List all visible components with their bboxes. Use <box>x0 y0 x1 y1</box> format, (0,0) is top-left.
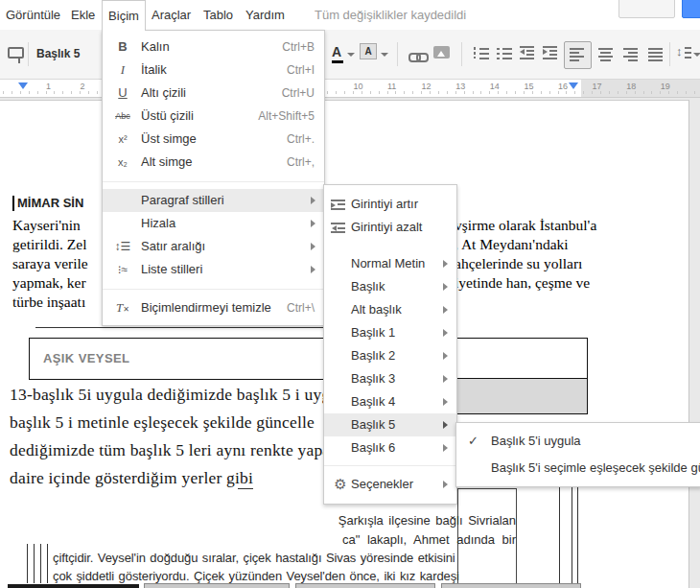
menu-item-superscript[interactable]: x² Üst simge Ctrl+. <box>103 128 324 151</box>
share-button[interactable] <box>682 0 700 18</box>
menu-item-heading-2[interactable]: Başlık 2 <box>324 344 456 367</box>
menu-item-heading-6[interactable]: Başlık 6 <box>324 436 456 459</box>
doc-paragraph-line[interactable]: Şarkışla ilçesine bağlı Sivrialan <box>288 513 516 528</box>
table-border <box>47 544 48 583</box>
menu-item-increase-indent[interactable]: Girintiyi artır <box>324 193 456 216</box>
align-left-icon[interactable] <box>570 48 584 60</box>
doc-heading-mimar[interactable]: MİMAR SİN <box>17 196 83 210</box>
doc-paragraph-line[interactable]: ahçelerinde su yolları <box>455 254 582 273</box>
menu-item-bold[interactable]: B Kalın Ctrl+B <box>103 35 324 59</box>
ruler-tick <box>327 91 328 94</box>
toolbar-separator <box>28 42 29 66</box>
save-status[interactable]: Tüm değişiklikler kaydedildi <box>315 0 466 30</box>
menu-separator <box>103 289 324 290</box>
doc-paragraph-line[interactable]: türbe inşaatı <box>12 293 85 312</box>
doc-paragraph-line[interactable]: vşirme olarak İstanbul'a <box>455 216 596 235</box>
text-cursor <box>12 196 14 211</box>
text-color-caret-icon[interactable] <box>347 53 355 57</box>
menu-araclar[interactable]: Araçlar <box>146 0 197 30</box>
app-window: MİMAR SİN Kayseri'nin getirildi. Zel sar… <box>0 0 700 588</box>
doc-paragraph-line[interactable]: iyetinde han, çeşme ve <box>455 273 590 293</box>
menu-ekle[interactable]: Ekle <box>65 0 101 30</box>
doc-paragraph-line[interactable]: ca" lakaplı, Ahmet adında bir <box>288 532 516 547</box>
increase-indent-icon[interactable] <box>543 46 557 59</box>
menu-item-line-spacing[interactable]: ↕☰ Satır aralığı <box>103 235 324 258</box>
align-right-icon[interactable] <box>623 48 638 60</box>
menu-item-heading-3[interactable]: Başlık 3 <box>324 367 456 390</box>
doc-paragraph-line[interactable]: getirildi. Zel <box>12 235 86 254</box>
menu-item-subtitle[interactable]: Alt başlık <box>324 298 456 321</box>
ruler-tick <box>480 91 481 94</box>
menu-yardim[interactable]: Yardım <box>240 0 291 30</box>
justify-icon[interactable] <box>648 48 663 60</box>
ruler-tick <box>37 91 38 94</box>
ruler-tick <box>20 91 21 94</box>
ruler-tick <box>489 91 490 94</box>
menu-item-italic[interactable]: I İtalik Ctrl+I <box>103 59 324 82</box>
doc-paragraph-line[interactable]: saraya verile <box>12 254 88 273</box>
highlight-color-caret-icon[interactable] <box>381 53 388 57</box>
menu-item-title[interactable]: Başlık <box>324 275 456 298</box>
highlight-color-icon[interactable]: A <box>360 43 377 59</box>
insert-image-icon[interactable] <box>433 46 450 59</box>
menu-item-update-heading5[interactable]: Başlık 5'i seçimle eşleşecek şekilde gün… <box>456 457 700 480</box>
doc-paragraph-line[interactable]: çok şiddetli gösteriyordu. Çiçek yüzünde… <box>53 569 459 583</box>
comments-button[interactable] <box>618 0 675 18</box>
menu-item-normal-text[interactable]: Normal Metin <box>324 252 456 275</box>
ruler-tick <box>12 91 12 94</box>
numbered-list-icon[interactable] <box>474 46 489 59</box>
menu-item-strikethrough[interactable]: Abc Üstü çizili Alt+Shift+5 <box>103 105 324 128</box>
menu-item-underline[interactable]: U Altı çizili Ctrl+U <box>103 82 324 105</box>
menu-item-subscript[interactable]: x₂ Alt simge Ctrl+, <box>103 151 324 174</box>
menu-item-heading-1[interactable]: Başlık 1 <box>324 321 456 344</box>
ruler-tick <box>370 91 371 94</box>
bulleted-list-icon[interactable] <box>497 46 512 59</box>
table-border <box>34 544 35 583</box>
menu-item-decrease-indent[interactable]: Girintiyi azalt <box>324 216 456 239</box>
menu-tablo[interactable]: Tablo <box>198 0 239 30</box>
menu-item-align[interactable]: Hizala <box>103 212 324 235</box>
menu-item-paragraph-styles[interactable]: Paragraf stilleri <box>103 189 324 212</box>
align-center-icon[interactable] <box>598 48 613 60</box>
doc-paragraph-line[interactable]: Kayseri'nin <box>12 216 81 235</box>
left-indent-marker[interactable] <box>18 82 28 89</box>
menu-bicim-open[interactable]: Biçim <box>102 0 146 31</box>
ruler-number: 19 <box>661 82 670 91</box>
right-indent-marker[interactable] <box>569 82 578 89</box>
toolbar-separator <box>461 42 462 66</box>
ruler-tick <box>412 91 413 94</box>
table-row-edge <box>144 583 290 588</box>
doc-paragraph-line[interactable]: çiftçidir. Veysel'in doğduğu sıralar, çi… <box>53 551 455 565</box>
table-border <box>35 327 355 328</box>
heading-box-asik-veysel[interactable]: AŞIK VEYSEL <box>29 338 588 380</box>
menu-item-clear-formatting[interactable]: T✕ Biçimlendirmeyi temizle Ctrl+\ <box>103 296 324 319</box>
menu-item-heading-4[interactable]: Başlık 4 <box>324 390 456 413</box>
menu-item-options[interactable]: ⚙ Seçenekler <box>324 473 456 496</box>
paint-format-icon[interactable] <box>8 47 24 59</box>
doc-paragraph-line[interactable]: , At Meydanı'ndaki <box>455 235 569 254</box>
doc-paragraph-line[interactable]: daire içinde gösterdiğim yerler gibi <box>10 468 253 488</box>
ruler-tick <box>29 91 30 94</box>
insert-link-icon[interactable] <box>408 49 429 66</box>
line-spacing-caret-icon[interactable] <box>693 53 700 57</box>
format-menu: B Kalın Ctrl+B I İtalik Ctrl+I U Altı çi… <box>102 30 325 326</box>
decrease-indent-icon[interactable] <box>520 46 534 59</box>
menu-goruntule[interactable]: Görüntüle <box>0 0 66 30</box>
paragraph-style-selector[interactable]: Başlık 5 <box>36 30 80 79</box>
menu-item-heading-5[interactable]: Başlık 5 <box>324 413 456 436</box>
heading5-submenu: ✓ Başlık 5'i uygula Başlık 5'i seçimle e… <box>455 422 700 487</box>
doc-paragraph-line[interactable]: dediğimizde tüm başlık 5 leri aynı renkt… <box>10 440 336 460</box>
menu-item-apply-heading5[interactable]: ✓ Başlık 5'i uygula <box>456 430 700 453</box>
menu-item-list-styles[interactable]: ⁝≈ Liste stilleri <box>103 258 324 281</box>
table-border <box>27 544 28 583</box>
ruler-tick <box>677 91 678 94</box>
line-spacing-icon[interactable]: ↕ <box>676 44 691 59</box>
doc-paragraph-line[interactable]: 13-başlık 5i uygula dediğimizde başlık 5… <box>10 385 357 405</box>
ruler-tick <box>62 91 63 94</box>
menu-separator <box>324 465 456 466</box>
doc-paragraph-line[interactable]: yapmak, ker <box>12 273 86 293</box>
submenu-arrow-icon <box>443 329 448 337</box>
doc-paragraph-line[interactable]: başlık 5 i metinle eşleşecek şekilde gün… <box>10 412 315 433</box>
text-color-icon[interactable]: A <box>332 44 341 59</box>
submenu-arrow-icon <box>311 266 315 273</box>
